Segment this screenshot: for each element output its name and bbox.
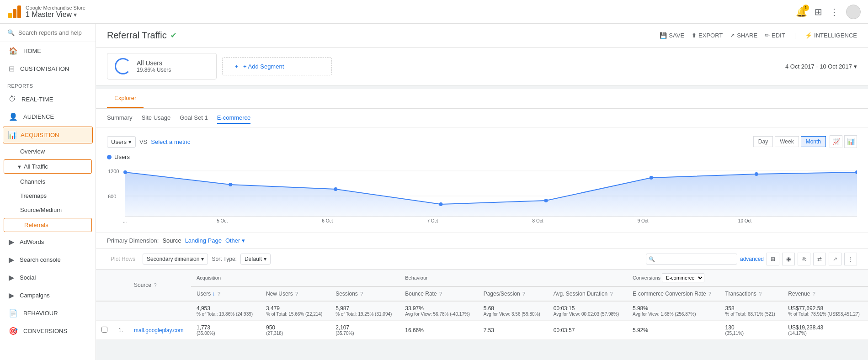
sub-tab-goal-set-1[interactable]: Goal Set 1: [180, 112, 208, 124]
th-users[interactable]: Users ↓ ?: [191, 286, 261, 301]
sub-tab-ecommerce[interactable]: E-commerce: [217, 112, 251, 124]
source-link[interactable]: mall.googleplay.com: [134, 327, 184, 334]
table-search-input[interactable]: [646, 254, 737, 265]
table-view-percent-btn[interactable]: %: [798, 253, 810, 265]
sidebar-item-overview[interactable]: Overview: [0, 144, 96, 159]
intelligence-button[interactable]: ⚡ INTELLIGENCE: [805, 32, 857, 39]
row-checkbox-cell[interactable]: [96, 321, 113, 340]
sidebar-item-referrals[interactable]: Referrals: [4, 218, 92, 232]
sidebar-item-realtime[interactable]: ⏱ REAL-TIME: [0, 90, 96, 108]
date-range-picker[interactable]: 4 Oct 2017 - 10 Oct 2017 ▾: [785, 63, 857, 70]
metric-dropdown[interactable]: Users ▾: [107, 136, 136, 148]
segment-percent: 19.86% Users: [137, 67, 171, 73]
sidebar-item-social[interactable]: ▶ Social: [0, 269, 96, 286]
avg-session-info-icon[interactable]: ?: [610, 291, 613, 296]
revenue-info-icon[interactable]: ?: [813, 291, 815, 296]
row-revenue: US$19,238.43 (14.17%): [783, 321, 868, 340]
view-name: 1 Master View ▾: [26, 11, 85, 19]
table-view-compare-btn[interactable]: ⇄: [813, 253, 826, 265]
reports-section-label: Reports: [0, 78, 96, 90]
tab-explorer[interactable]: Explorer: [107, 89, 144, 108]
export-button[interactable]: ⬆ EXPORT: [692, 32, 723, 39]
th-ecommerce-rate[interactable]: E-commerce Conversion Rate ?: [627, 286, 720, 301]
new-users-info-icon[interactable]: ?: [295, 291, 298, 296]
social-icon: ▶: [9, 273, 14, 282]
other-chevron: ▾: [242, 237, 245, 244]
table-view-more-btn[interactable]: ⋮: [844, 253, 857, 265]
dim-landing-page[interactable]: Landing Page: [185, 237, 222, 244]
sidebar-item-behaviour[interactable]: 📄 BEHAVIOUR: [0, 304, 96, 322]
sidebar-item-customisation[interactable]: ⊟ CUSTOMISATION: [0, 60, 96, 78]
th-avg-session[interactable]: Avg. Session Duration ?: [548, 286, 627, 301]
user-avatar[interactable]: [846, 5, 861, 19]
page-actions: 💾 SAVE ⬆ EXPORT ↗ SHARE ✏ EDIT | ⚡: [660, 32, 857, 39]
home-label: HOME: [23, 48, 41, 54]
th-new-users[interactable]: New Users ?: [261, 286, 330, 301]
sidebar-item-channels[interactable]: Channels: [0, 175, 96, 189]
advanced-link[interactable]: advanced: [740, 256, 764, 262]
search-input[interactable]: [18, 29, 88, 36]
sidebar-item-adwords[interactable]: ▶ AdWords: [0, 233, 96, 251]
th-transactions[interactable]: Transactions ?: [720, 286, 783, 301]
table-search-wrapper: 🔍: [646, 254, 737, 265]
sidebar-item-campaigns[interactable]: ▶ Campaigns: [0, 286, 96, 304]
th-bounce-rate[interactable]: Bounce Rate ?: [399, 286, 478, 301]
apps-icon[interactable]: ⊞: [815, 6, 822, 17]
top-header: Google Merchandise Store 1 Master View ▾…: [0, 0, 868, 24]
sort-type-dropdown[interactable]: Default ▾: [240, 254, 271, 265]
all-users-segment[interactable]: All Users 19.86% Users: [107, 53, 217, 79]
bounce-info-icon[interactable]: ?: [439, 291, 442, 296]
share-button[interactable]: ↗ SHARE: [730, 32, 757, 39]
time-btn-week[interactable]: Week: [775, 136, 799, 147]
th-sessions[interactable]: Sessions ?: [330, 286, 399, 301]
add-segment-button[interactable]: ＋ + Add Segment: [222, 57, 332, 75]
social-label: Social: [20, 274, 36, 281]
conversions-dropdown[interactable]: E-commerce: [662, 273, 704, 282]
sub-tab-site-usage[interactable]: Site Usage: [142, 112, 171, 124]
select-metric-link[interactable]: Select a metric: [151, 138, 190, 145]
explorer-area: Explorer Summary Site Usage Goal Set 1 E…: [96, 89, 868, 340]
acquisition-icon: 📊: [8, 131, 17, 139]
ecommerce-rate-info-icon[interactable]: ?: [708, 291, 711, 296]
sidebar-item-acquisition[interactable]: 📊 ACQUISITION: [3, 127, 93, 143]
sidebar-item-treemaps[interactable]: Treemaps: [0, 189, 96, 203]
row-sessions: 2,107 (35.70%): [330, 321, 399, 340]
row-source: mall.googleplay.com: [128, 321, 191, 340]
pages-info-icon[interactable]: ?: [522, 291, 525, 296]
sidebar-item-home[interactable]: 🏠 HOME: [0, 42, 96, 60]
line-chart-btn[interactable]: 📈: [830, 135, 842, 148]
sub-tab-summary[interactable]: Summary: [107, 112, 133, 124]
sidebar-item-search-console[interactable]: ▶ Search console: [0, 251, 96, 269]
svg-text:7 Oct: 7 Oct: [427, 218, 438, 223]
chart-point: [650, 176, 653, 180]
bar-chart-btn[interactable]: 📊: [844, 135, 857, 148]
bell-button[interactable]: 🔔 1: [796, 6, 807, 17]
row-bounce-rate: 16.66%: [399, 321, 478, 340]
th-revenue[interactable]: Revenue ?: [783, 286, 868, 301]
dim-other[interactable]: Other ▾: [225, 237, 245, 244]
table-view-grid-btn[interactable]: ⊞: [767, 253, 779, 265]
sidebar-item-source-medium[interactable]: Source/Medium: [0, 203, 96, 217]
sessions-info-icon[interactable]: ?: [360, 291, 363, 296]
users-info-icon[interactable]: ?: [218, 291, 220, 296]
realtime-label: REAL-TIME: [21, 96, 53, 103]
sidebar-item-conversions[interactable]: 🎯 CONVERSIONS: [0, 322, 96, 340]
transactions-info-icon[interactable]: ?: [759, 291, 761, 296]
sidebar-item-all-traffic[interactable]: ▼ All Traffic: [4, 159, 92, 174]
th-pages-session[interactable]: Pages/Session ?: [478, 286, 548, 301]
row-checkbox[interactable]: [101, 327, 107, 333]
time-btn-day[interactable]: Day: [753, 136, 773, 147]
table-view-pie-btn[interactable]: ◉: [782, 253, 795, 265]
dim-source[interactable]: Source: [162, 237, 181, 244]
plus-icon: ＋: [234, 62, 240, 70]
secondary-dimension-dropdown[interactable]: Secondary dimension ▾: [143, 254, 208, 265]
time-btn-month[interactable]: Month: [801, 136, 826, 147]
edit-button[interactable]: ✏ EDIT: [765, 32, 785, 39]
sidebar-item-audience[interactable]: 👤 AUDIENCE: [0, 108, 96, 126]
sidebar-search-area[interactable]: 🔍: [0, 24, 96, 42]
save-button[interactable]: 💾 SAVE: [660, 32, 684, 39]
source-info-icon[interactable]: ?: [154, 282, 156, 288]
table-view-pivot-btn[interactable]: ↗: [829, 253, 841, 265]
th-num: [113, 270, 128, 301]
more-icon[interactable]: ⋮: [830, 6, 839, 17]
